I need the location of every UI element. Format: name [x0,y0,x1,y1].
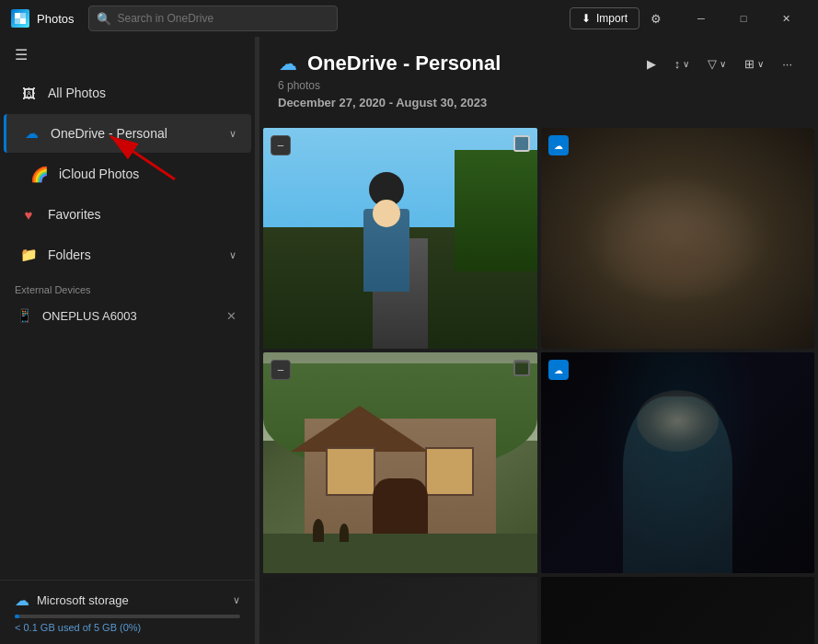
photo-cell-1[interactable]: ─ [263,128,537,349]
layout-icon: ⊞ [744,57,755,71]
device-remove-button[interactable]: ✕ [223,307,240,325]
badge-icon-3: ─ [278,365,283,374]
sidebar-item-favorites[interactable]: ♥ Favorites [4,195,251,234]
onedrive-icon: ☁ [21,123,41,144]
svg-rect-2 [20,13,26,18]
close-button[interactable]: ✕ [765,4,807,33]
folders-chevron: ∨ [229,249,236,261]
svg-rect-1 [20,18,26,24]
storage-chevron: ∨ [233,594,240,606]
external-device-item[interactable]: 📱 ONEPLUS A6003 ✕ [0,299,255,332]
external-devices-header: External Devices [0,275,255,299]
content-title-row: ☁ OneDrive - Personal ▶ ↕ ∨ ▽ ∨ ⊞ [278,52,800,75]
photo-badge-1: ─ [271,135,291,155]
more-icon: ··· [782,57,792,71]
device-icon: 📱 [15,306,33,325]
sidebar-label-folders: Folders [48,247,91,262]
filter-button[interactable]: ▽ ∨ [700,52,733,75]
icloud-icon: 🌈 [29,164,50,184]
svg-rect-0 [15,13,20,18]
photos-icon: 🖼 [18,83,39,103]
app-title: Photos [37,12,74,26]
badge-icon-4: ☁ [554,365,563,375]
microsoft-storage-item[interactable]: ☁ Microsoft storage ∨ [15,592,240,609]
sidebar-item-icloud[interactable]: 🌈 iCloud Photos [4,155,251,193]
sidebar: ☰ 🖼 All Photos ☁ OneDrive - Personal ∨ 🌈… [0,37,256,644]
more-button[interactable]: ··· [775,52,800,75]
sidebar-label-all-photos: All Photos [48,86,106,100]
maximize-button[interactable]: □ [722,4,765,33]
gear-icon: ⚙ [651,12,662,26]
storage-usage-label: < 0.1 GB used of 5 GB (0%) [15,622,240,633]
main-content: ☁ OneDrive - Personal ▶ ↕ ∨ ▽ ∨ ⊞ [259,37,818,644]
filter-icon: ▽ [708,57,717,71]
search-icon: 🔍 [97,12,111,26]
photo-badge-4: ☁ [548,360,569,380]
layout-chevron: ∨ [757,59,764,69]
onedrive-chevron: ∨ [229,128,236,140]
date-range: December 27, 2020 - August 30, 2023 [278,96,800,109]
photo-cell-4[interactable]: ☁ [541,352,815,573]
content-header: ☁ OneDrive - Personal ▶ ↕ ∨ ▽ ∨ ⊞ [259,37,818,128]
sidebar-label-favorites: Favorites [48,207,101,222]
storage-bar-container [15,615,240,618]
badge-icon-2: ☁ [554,141,563,151]
photo-count: 6 photos [278,79,800,92]
sidebar-item-all-photos[interactable]: 🖼 All Photos [4,74,251,112]
sidebar-item-onedrive[interactable]: ☁ OneDrive - Personal ∨ [4,114,251,153]
photo-checkbox-3[interactable] [513,360,530,376]
page-title: OneDrive - Personal [307,52,639,75]
sort-chevron: ∨ [683,59,689,69]
header-cloud-icon: ☁ [278,53,298,74]
sort-icon: ↕ [674,57,681,71]
svg-rect-3 [15,18,20,24]
titlebar-actions: ⬇ Import ⚙ [570,7,669,29]
photo-cell-2[interactable]: ☁ [541,128,815,349]
sidebar-storage: ☁ Microsoft storage ∨ < 0.1 GB used of 5… [0,580,255,644]
sort-button[interactable]: ↕ ∨ [667,52,697,75]
settings-button[interactable]: ⚙ [643,8,669,29]
search-input[interactable] [117,12,328,25]
photo-grid: ─ ☁ [259,128,818,644]
import-button[interactable]: ⬇ Import [570,7,639,29]
photo-checkbox-1[interactable] [513,135,530,152]
photo-cell-6[interactable] [541,577,815,644]
titlebar: Photos 🔍 ⬇ Import ⚙ ─ □ ✕ [0,0,818,37]
badge-icon-1: ─ [278,141,283,150]
photo-cell-3[interactable]: ─ [263,352,537,573]
search-box[interactable]: 🔍 [88,6,337,31]
sidebar-label-icloud: iCloud Photos [59,167,139,181]
folders-icon: 📁 [18,245,39,265]
app-body: ☰ 🖼 All Photos ☁ OneDrive - Personal ∨ 🌈… [0,37,818,644]
app-logo [11,9,29,28]
photo-badge-3: ─ [271,360,291,380]
favorites-icon: ♥ [18,204,39,224]
storage-label: Microsoft storage [37,593,129,607]
window-controls: ─ □ ✕ [680,4,807,33]
layout-button[interactable]: ⊞ ∨ [737,52,771,75]
filter-chevron: ∨ [720,59,726,69]
storage-bar [15,615,19,618]
slideshow-button[interactable]: ▶ [639,52,663,75]
minimize-button[interactable]: ─ [680,4,722,33]
cloud-storage-icon: ☁ [15,592,29,609]
device-label: ONEPLUS A6003 [42,309,137,323]
play-icon: ▶ [647,57,656,71]
photo-cell-5[interactable]: a4179591846_10.jpg [263,577,537,644]
import-icon: ⬇ [582,12,591,25]
sidebar-item-folders[interactable]: 📁 Folders ∨ [4,236,251,274]
hamburger-menu[interactable]: ☰ [0,37,255,73]
photo-badge-2: ☁ [548,135,569,155]
sidebar-label-onedrive: OneDrive - Personal [51,126,167,141]
content-toolbar: ▶ ↕ ∨ ▽ ∨ ⊞ ∨ ··· [639,52,800,75]
